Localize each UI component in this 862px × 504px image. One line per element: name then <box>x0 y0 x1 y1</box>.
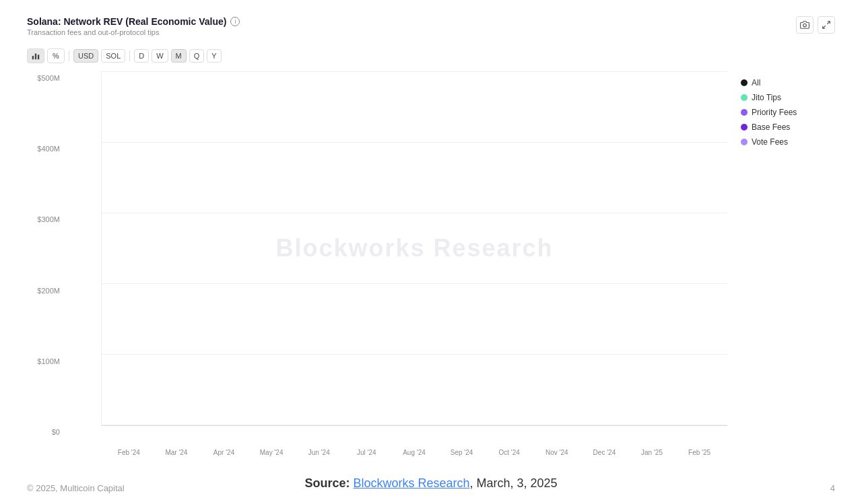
bars-container <box>102 71 727 425</box>
x-label: Feb '24 <box>108 446 150 456</box>
chart-area: $500M $400M $300M $200M $100M $0 <box>27 71 835 456</box>
legend-label: Priority Fees <box>752 108 797 117</box>
separator2 <box>129 50 130 61</box>
x-label: Apr '24 <box>203 446 245 456</box>
chart-title: Solana: Network REV (Real Economic Value… <box>27 16 226 27</box>
footer-copyright: © 2025, Multicoin Capital <box>27 483 125 493</box>
y-label-500: $500M <box>37 74 60 82</box>
legend-label: Base Fees <box>752 122 790 132</box>
svg-point-0 <box>803 24 807 27</box>
x-label: Sep '24 <box>440 446 483 456</box>
legend-dot <box>741 79 748 86</box>
svg-rect-4 <box>35 54 36 60</box>
x-label: Jul '24 <box>345 446 388 456</box>
x-label: Jan '25 <box>631 446 673 456</box>
d-button[interactable]: D <box>134 49 149 63</box>
y-label-400: $400M <box>37 145 60 153</box>
svg-line-2 <box>823 26 826 28</box>
svg-line-1 <box>827 22 830 24</box>
footer-page: 4 <box>830 483 835 493</box>
legend-item: All <box>741 78 835 87</box>
legend-item: Base Fees <box>741 122 835 132</box>
y-label-100: $100M <box>37 357 60 365</box>
camera-button[interactable] <box>796 16 814 34</box>
m-button[interactable]: M <box>171 49 187 63</box>
x-label: Aug '24 <box>393 446 436 456</box>
usd-button[interactable]: USD <box>73 49 98 63</box>
x-label: Oct '24 <box>488 446 531 456</box>
legend: AllJito TipsPriority FeesBase FeesVote F… <box>741 71 835 456</box>
x-label: Jun '24 <box>298 446 340 456</box>
separator1 <box>69 50 69 61</box>
bar-chart-icon-button[interactable] <box>27 48 44 63</box>
legend-dot <box>741 94 748 101</box>
controls-row: % USD SOL D W M Q Y <box>27 48 835 63</box>
legend-item: Vote Fees <box>741 137 835 147</box>
source-section: Source: Blockworks Research, March, 3, 2… <box>27 456 835 504</box>
main-container: Solana: Network REV (Real Economic Value… <box>0 0 862 504</box>
chart-with-axes: $500M $400M $300M $200M $100M $0 <box>27 71 727 456</box>
legend-label: All <box>752 78 760 87</box>
footer: © 2025, Multicoin Capital 4 <box>27 483 835 493</box>
chart-subtitle: Transaction fees and out-of-protocol tip… <box>27 28 835 36</box>
w-button[interactable]: W <box>152 49 168 63</box>
sol-button[interactable]: SOL <box>101 49 125 63</box>
info-icon[interactable]: i <box>230 17 240 26</box>
y-axis: $500M $400M $300M $200M $100M $0 <box>27 71 64 456</box>
legend-dot <box>741 124 748 131</box>
x-label: Dec '24 <box>583 446 626 456</box>
x-axis: Feb '24Mar '24Apr '24May '24Jun '24Jul '… <box>101 446 727 456</box>
x-label: Mar '24 <box>156 446 198 456</box>
expand-button[interactable] <box>818 16 835 34</box>
chart-title-row: Solana: Network REV (Real Economic Value… <box>27 16 835 27</box>
legend-dot <box>741 109 748 116</box>
x-label: May '24 <box>251 446 293 456</box>
svg-rect-5 <box>38 55 39 59</box>
x-label: Feb '25 <box>678 446 721 456</box>
top-right-icons <box>796 16 835 34</box>
y-label-300: $300M <box>37 215 60 223</box>
x-label: Nov '24 <box>535 446 578 456</box>
legend-dot <box>741 139 748 145</box>
chart-plot: Blockworks Research <box>101 71 727 426</box>
svg-rect-3 <box>32 56 34 59</box>
legend-item: Priority Fees <box>741 108 835 117</box>
y-button[interactable]: Y <box>207 49 221 63</box>
y-label-0: $0 <box>52 428 60 436</box>
y-label-200: $200M <box>37 287 60 295</box>
legend-label: Jito Tips <box>752 93 781 102</box>
legend-item: Jito Tips <box>741 93 835 102</box>
chart-header: Solana: Network REV (Real Economic Value… <box>27 16 835 42</box>
chart-section: Solana: Network REV (Real Economic Value… <box>27 16 835 456</box>
percent-icon-button[interactable]: % <box>47 48 65 63</box>
legend-label: Vote Fees <box>752 137 788 147</box>
q-button[interactable]: Q <box>189 49 205 63</box>
